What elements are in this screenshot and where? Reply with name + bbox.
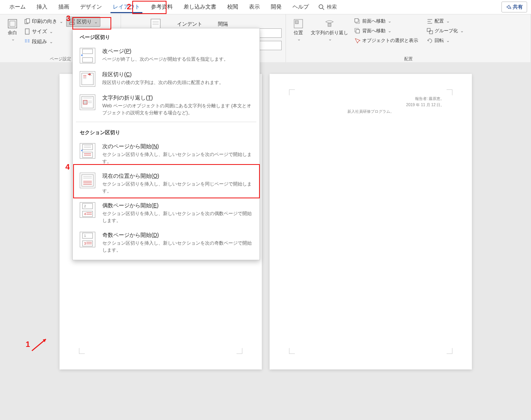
continuous-icon [80,173,95,188]
size-button[interactable]: サイズ⌄ [22,27,65,36]
send-backward-icon [354,28,361,34]
rotate-button[interactable]: 回転⌄ [424,36,466,45]
svg-rect-29 [427,28,430,32]
share-label: 共有 [513,4,523,10]
search-button[interactable]: 検索 [314,4,341,10]
annotation-number-2: 2 [127,2,131,11]
search-icon [318,4,324,10]
annotation-number-3: 3 [66,14,70,23]
annotation-number-1: 1 [26,340,30,349]
page-2[interactable]: 報告者: 藤原恵。 2019 年 11 月 12 日。 新入社員研修プログラム。 [270,74,472,369]
break-column-desc: 段区切りの後の文字列は、次の段の先頭に配置されます。 [102,79,252,86]
share-button[interactable]: 共有 [501,2,527,12]
position-button[interactable]: 位置⌄ [290,17,307,43]
section-break-odd-page-title: 奇数ページから開始(D) [102,232,252,239]
svg-rect-30 [429,31,433,34]
bring-forward-icon [354,18,361,24]
column-break-icon [80,71,95,87]
svg-rect-21 [328,23,331,26]
section-break-odd-page-desc: セクション区切りを挿入し、新しいセクションを次の奇数ページで開始します。 [102,240,252,254]
text-wrap-button[interactable]: 文字列の折り返し⌄ [308,17,351,43]
indent-label: インデント [177,21,202,28]
tab-design[interactable]: デザイン [75,1,107,13]
svg-rect-39 [83,100,87,104]
svg-rect-46 [82,152,93,158]
svg-rect-23 [355,19,358,22]
svg-rect-33 [82,73,93,85]
svg-text:3: 3 [84,242,86,245]
odd-page-icon: 13 [80,232,95,247]
break-page-title: 改ページ(P) [102,48,252,55]
section-break-odd-page[interactable]: 13 奇数ページから開始(D) セクション区切りを挿入し、新しいセクションを次の… [73,228,259,257]
breaks-button[interactable]: 区切り⌄ [66,17,100,27]
columns-button[interactable]: 段組み⌄ [22,37,65,46]
tab-developer[interactable]: 開発 [265,1,287,13]
svg-rect-3 [10,21,15,26]
arrange-group-label: 配置 [290,55,527,62]
tab-review[interactable]: 校閲 [222,1,244,13]
svg-text:1: 1 [84,234,86,238]
break-text-wrapping[interactable]: 文字列の折り返し(T) Web ページのオブジェクトの周囲にある文字列を分離しま… [73,91,259,120]
svg-rect-20 [295,21,298,24]
spacing-after-spinner[interactable] [259,41,282,50]
orientation-button[interactable]: 印刷の向き⌄ [22,17,65,26]
svg-rect-31 [82,49,93,54]
break-page-desc: ページが終了し、次のページが開始する位置を指定します。 [102,56,252,63]
svg-text:4: 4 [84,212,86,216]
svg-text:2: 2 [84,204,86,208]
section-break-even-page[interactable]: 24 偶数ページから開始(E) セクション区切りを挿入し、新しいセクションを次の… [73,198,259,228]
svg-rect-2 [8,19,17,28]
annotation-arrow-1 [30,337,50,352]
send-backward-button[interactable]: 背面へ移動⌄ [352,26,421,35]
tab-layout[interactable]: レイアウト [107,1,145,13]
text-wrap-break-icon [80,94,95,110]
bring-forward-button[interactable]: 前面へ移動⌄ [352,17,421,26]
svg-rect-5 [26,19,30,23]
align-icon [427,18,433,24]
section-break-next-page-title: 次のページから開始(N) [102,143,252,150]
break-text-wrapping-desc: Web ページのオブジェクトの周囲にある文字列を分離します (本文とオブジェクト… [102,102,252,116]
tab-references[interactable]: 参考資料 [145,1,178,13]
search-label: 検索 [327,4,337,10]
chevron-down-icon: ⌄ [11,36,15,42]
break-column-title: 段区切り(C) [102,71,252,78]
tab-mailings[interactable]: 差し込み文書 [178,1,222,13]
break-text-wrapping-title: 文字列の折り返し(T) [102,94,252,102]
text-wrap-icon [324,18,335,29]
section-break-continuous-desc: セクション区切りを挿入し、新しいセクションを同じページで開始します。 [102,180,252,194]
share-icon [506,4,511,10]
svg-rect-32 [82,58,93,62]
align-button[interactable]: 配置⌄ [424,17,466,26]
breaks-dropdown: ページ区切り 改ページ(P) ページが終了し、次のページが開始する位置を指定しま… [72,28,260,260]
spacing-before-spinner[interactable] [259,28,282,38]
next-page-icon [80,143,95,159]
break-page[interactable]: 改ページ(P) ページが終了し、次のページが開始する位置を指定します。 [73,44,259,67]
tab-draw[interactable]: 描画 [53,1,75,13]
margins-button[interactable]: 余白 ⌄ [4,17,21,43]
group-icon [427,28,433,34]
spacing-label: 間隔 [218,21,228,28]
svg-rect-43 [82,144,93,150]
tab-home[interactable]: ホーム [4,1,31,13]
section-break-continuous[interactable]: 現在の位置から開始(O) セクション区切りを挿入し、新しいセクションを同じページ… [73,169,259,198]
svg-rect-25 [356,30,359,33]
annotation-number-4: 4 [65,163,70,172]
page-break-icon [80,48,95,63]
selection-pane-button[interactable]: オブジェクトの選択と表示 [352,36,421,45]
ribbon-tabs: ホーム 挿入 描画 デザイン レイアウト 参考資料 差し込み文書 校閲 表示 開… [0,0,531,14]
section-break-next-page-desc: セクション区切りを挿入し、新しいセクションを次のページで開始します。 [102,151,252,165]
section-break-even-page-title: 偶数ページから開始(E) [102,202,252,209]
tab-insert[interactable]: 挿入 [31,1,53,13]
tab-help[interactable]: ヘルプ [287,1,314,13]
tab-view[interactable]: 表示 [244,1,265,13]
break-column[interactable]: 段区切り(C) 段区切りの後の文字列は、次の段の先頭に配置されます。 [73,67,259,91]
section-break-next-page[interactable]: 次のページから開始(N) セクション区切りを挿入し、新しいセクションを次のページ… [73,139,259,169]
section-break-continuous-title: 現在の位置から開始(O) [102,173,252,180]
svg-line-1 [322,8,324,10]
dropdown-section-page-breaks: ページ区切り [73,28,259,44]
group-button[interactable]: グループ化⌄ [424,26,466,35]
svg-point-0 [319,5,323,9]
columns-icon [24,38,30,45]
selection-pane-icon [354,38,361,44]
svg-rect-6 [25,29,29,34]
